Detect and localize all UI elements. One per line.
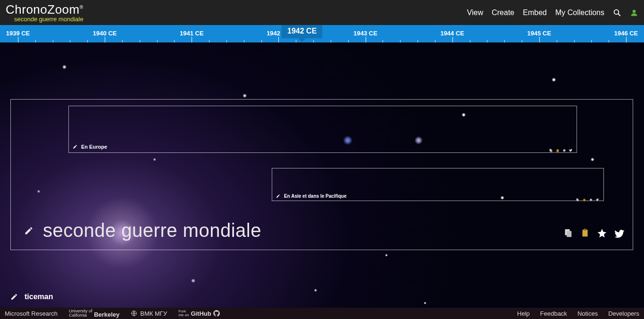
paste-icon[interactable] [583, 195, 586, 199]
ruler-tick-minor [557, 40, 557, 42]
ruler-tick-major [452, 37, 453, 42]
author-name: ticeman [25, 293, 53, 301]
author-row[interactable]: ticeman [10, 293, 53, 301]
ruler-tick-minor [383, 40, 383, 42]
edit-icon[interactable] [276, 194, 280, 198]
svg-rect-11 [577, 199, 579, 201]
star-icon[interactable] [562, 146, 566, 150]
nav-embed[interactable]: Embed [523, 8, 547, 17]
ruler-year-label: 1946 CE [614, 30, 638, 37]
ruler-year-label: 1940 CE [93, 30, 117, 37]
star-icon[interactable] [597, 228, 607, 238]
edit-icon[interactable] [10, 293, 18, 301]
ruler-tick-minor [504, 40, 505, 42]
nav-create[interactable]: Create [492, 8, 514, 17]
ruler-tick-minor [574, 40, 575, 42]
ruler-tick-minor [470, 40, 470, 42]
edit-icon[interactable] [73, 144, 77, 149]
ruler-tick-major [18, 37, 18, 42]
edit-icon[interactable] [24, 226, 33, 235]
paste-icon[interactable] [580, 228, 590, 238]
collection-subtitle[interactable]: seconde guerre mondiale [14, 16, 84, 23]
ruler-tick-minor [70, 40, 70, 42]
logo-block[interactable]: ChronoZoom® seconde guerre mondiale [6, 2, 84, 23]
timeline-main-title: seconde guerre mondiale [43, 220, 261, 241]
svg-rect-4 [567, 231, 571, 237]
star-icon[interactable] [589, 195, 593, 199]
svg-rect-9 [557, 150, 559, 152]
ruler-tick-minor [591, 40, 592, 42]
user-icon[interactable] [630, 8, 638, 17]
twitter-icon[interactable] [569, 146, 573, 150]
twitter-icon[interactable] [596, 195, 600, 199]
twitter-icon[interactable] [614, 228, 624, 238]
footer-developers[interactable]: Developers [608, 310, 639, 317]
main-nav: View Create Embed My Collections [467, 8, 638, 17]
timeline-asia-pacific[interactable]: En Asie et dans le Pacifique [272, 168, 604, 201]
svg-rect-8 [550, 150, 552, 152]
nav-my-collections[interactable]: My Collections [555, 8, 604, 17]
github-icon [213, 310, 220, 317]
timeline-canvas[interactable]: seconde guerre mondiale En Europe [0, 42, 644, 308]
ruler-tick-minor [35, 40, 36, 42]
ruler-year-label: 1943 CE [353, 30, 377, 37]
paste-icon[interactable] [556, 146, 560, 150]
ruler-year-label: 1941 CE [180, 30, 204, 37]
ruler-tick-minor [174, 40, 175, 42]
timeline-europe[interactable]: En Europe [68, 106, 577, 153]
timeline-asia-title: En Asie et dans le Pacifique [284, 193, 346, 199]
copy-icon[interactable] [563, 228, 573, 238]
ruler-tick-minor [53, 40, 53, 42]
ruler-year-label: 1939 CE [6, 30, 30, 37]
copy-icon[interactable] [549, 146, 553, 150]
footer-notices[interactable]: Notices [577, 310, 598, 317]
svg-line-1 [618, 14, 620, 16]
svg-rect-5 [583, 230, 588, 237]
footer: Microsoft Research University ofCaliforn… [0, 308, 644, 319]
ruler-tick-major [192, 37, 192, 42]
ruler-tick-minor [296, 40, 296, 42]
ruler-year-label: 1945 CE [527, 30, 552, 37]
ruler-tick-major [105, 37, 105, 42]
ruler-tick-minor [418, 40, 418, 42]
timeline-europe-title: En Europe [81, 144, 107, 150]
ruler-tick-minor [435, 40, 435, 42]
svg-point-0 [614, 9, 619, 14]
ruler-tick-minor [261, 40, 262, 42]
ruler-tick-major [366, 37, 366, 42]
ruler-current-marker[interactable]: 1942 CE [282, 24, 322, 38]
footer-github[interactable]: Forkme on GitHub [178, 310, 220, 317]
ruler-tick-minor [348, 40, 349, 42]
ruler-year-label: 1944 CE [440, 30, 464, 37]
ruler-tick-minor [522, 40, 522, 42]
ruler-tick-minor [157, 40, 158, 42]
ruler-tick-major [626, 37, 627, 42]
ruler-tick-minor [226, 40, 227, 42]
ruler-tick-minor [609, 40, 609, 42]
ruler-tick-minor [487, 40, 487, 42]
ruler-tick-minor [122, 40, 123, 42]
ruler-tick-minor [313, 40, 314, 42]
ruler-tick-major [278, 37, 279, 42]
nav-view[interactable]: View [467, 8, 483, 17]
svg-point-2 [633, 9, 636, 13]
app-header: ChronoZoom® seconde guerre mondiale View… [0, 0, 644, 25]
footer-ms-research[interactable]: Microsoft Research [5, 310, 58, 317]
ruler-tick-minor [331, 40, 331, 42]
logo-text: ChronoZoom® [6, 2, 84, 17]
ruler-tick-minor [400, 40, 401, 42]
ruler-tick-minor [87, 40, 88, 42]
ruler-tick-minor [244, 40, 244, 42]
footer-berkeley[interactable]: University ofCalifornia Berkeley [69, 309, 119, 318]
ruler-tick-minor [140, 40, 140, 42]
ruler-tick-minor [209, 40, 209, 42]
footer-help[interactable]: Help [517, 310, 530, 317]
ruler-tick-major [539, 37, 540, 42]
svg-rect-6 [584, 229, 586, 231]
footer-bmk[interactable]: ВМК МГУ [131, 310, 167, 317]
timeline-ruler[interactable]: 1939 CE1940 CE1941 CE1942 CE1943 CE1944 … [0, 25, 644, 42]
copy-icon[interactable] [576, 195, 580, 199]
search-icon[interactable] [613, 8, 621, 17]
footer-feedback[interactable]: Feedback [540, 310, 567, 317]
svg-rect-12 [583, 199, 585, 201]
